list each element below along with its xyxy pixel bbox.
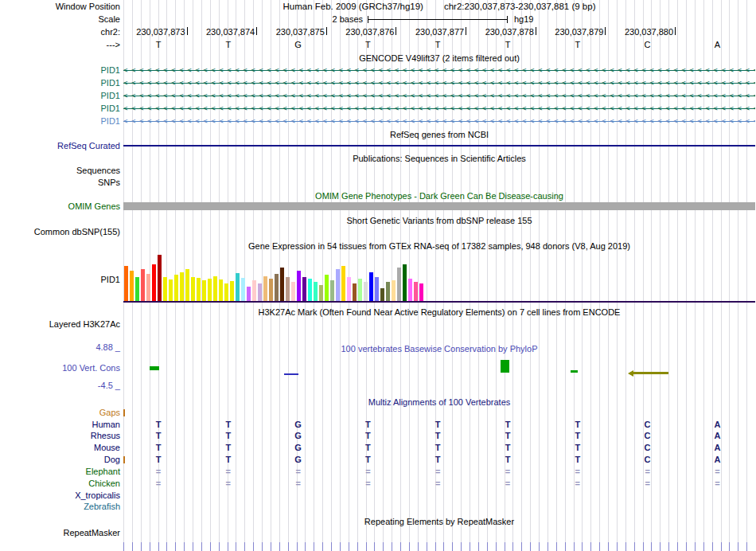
alignment-cell: T (222, 455, 235, 465)
alignment-cell: T (222, 431, 235, 441)
multiz-row-label-gaps[interactable]: Gaps (0, 408, 121, 418)
alignment-cell: T (152, 431, 165, 441)
alignment-cell: T (361, 431, 374, 441)
multiz-row-label-mouse[interactable]: Mouse (0, 443, 121, 453)
alignment-cell: C (641, 455, 654, 465)
alignment-cell: A (711, 420, 723, 430)
multiz-row-gaps[interactable] (123, 408, 755, 418)
alignment-cell: T (571, 420, 584, 430)
alignment-cell: = (501, 479, 514, 489)
multiz-row-label-x_tropicalis[interactable]: X_tropicalis (0, 490, 121, 501)
multiz-row-elephant[interactable]: ========= (123, 467, 755, 477)
alignment-cell: = (152, 479, 165, 489)
alignment-cell: T (571, 431, 584, 441)
alignment-cell: A (711, 431, 723, 441)
alignment-cell: T (571, 455, 584, 465)
insert-tick (123, 409, 125, 416)
alignment-cell: = (571, 467, 584, 477)
alignment-cell: = (152, 467, 165, 477)
multiz-row-human[interactable]: TTGTTTTCA (123, 420, 755, 430)
alignment-cell: T (501, 431, 514, 441)
alignment-cell: T (431, 455, 444, 465)
alignment-cell: T (152, 443, 165, 453)
alignment-cell: = (641, 467, 654, 477)
alignment-cell: C (641, 431, 654, 441)
alignment-cell: G (292, 443, 305, 453)
alignment-cell: T (361, 420, 374, 430)
alignment-cell: = (571, 479, 584, 489)
alignment-cell: A (711, 455, 723, 465)
alignment-cell: T (152, 420, 165, 430)
multiz-row-rhesus[interactable]: TTGTTTTCA (123, 431, 755, 441)
multiz-row-label-elephant[interactable]: Elephant (0, 467, 121, 477)
alignment-cell: T (222, 420, 235, 430)
multiz-row-label-rhesus[interactable]: Rhesus (0, 431, 121, 441)
alignment-cell: G (292, 420, 305, 430)
repeats-title: Repeating Elements by RepeatMasker (123, 517, 755, 527)
alignment-cell: G (292, 431, 305, 441)
alignment-cell: = (361, 467, 374, 477)
insert-tick (123, 456, 125, 463)
alignment-cell: T (571, 443, 584, 453)
alignment-cell: T (152, 455, 165, 465)
gencode-transcript-label[interactable]: PID1 (0, 104, 121, 114)
gencode-transcript-label[interactable]: PID1 (0, 78, 121, 88)
multiz-row-dog[interactable]: TTGTTTTCA (123, 455, 755, 465)
multiz-row-label-chicken[interactable]: Chicken (0, 479, 121, 489)
genome-browser-tracks-image: Window Position Human Feb. 2009 (GRCh37/… (0, 0, 756, 551)
alignment-cell: A (711, 443, 723, 453)
gencode-transcript-label[interactable]: PID1 (0, 116, 121, 127)
alignment-cell: = (431, 467, 444, 477)
alignment-cell: T (501, 420, 514, 430)
alignment-cell: C (641, 420, 654, 430)
alignment-cell: = (361, 479, 374, 489)
alignment-cell: = (711, 479, 723, 489)
alignment-cell: T (361, 455, 374, 465)
multiz-row-x_tropicalis[interactable] (123, 490, 755, 501)
label-repeatmasker[interactable]: RepeatMasker (0, 528, 121, 538)
alignment-cell: = (222, 479, 235, 489)
multiz-row-chicken[interactable]: ========= (123, 479, 755, 489)
alignment-cell: T (501, 455, 514, 465)
alignment-cell: T (431, 420, 444, 430)
alignment-cell: = (711, 467, 723, 477)
alignment-cell: = (431, 479, 444, 489)
alignment-cell: T (222, 443, 235, 453)
alignment-cell: G (292, 455, 305, 465)
multiz-row-zebrafish[interactable] (123, 502, 755, 512)
alignment-cell: = (292, 467, 305, 477)
multiz-row-mouse[interactable]: TTGTTTTCA (123, 443, 755, 453)
alignment-cell: T (361, 443, 374, 453)
gencode-transcript-label[interactable]: PID1 (0, 65, 121, 76)
alignment-cell: = (292, 479, 305, 489)
alignment-cell: = (501, 467, 514, 477)
alignment-cell: T (431, 431, 444, 441)
multiz-row-label-human[interactable]: Human (0, 420, 121, 430)
alignment-cell: T (501, 443, 514, 453)
multiz-row-label-zebrafish[interactable]: Zebrafish (0, 502, 121, 512)
alignment-cell: C (641, 443, 654, 453)
alignment-cell: = (641, 479, 654, 489)
alignment-cell: = (222, 467, 235, 477)
multiz-row-label-dog[interactable]: Dog (0, 455, 121, 465)
gencode-transcript-label[interactable]: PID1 (0, 91, 121, 101)
alignment-cell: T (431, 443, 444, 453)
